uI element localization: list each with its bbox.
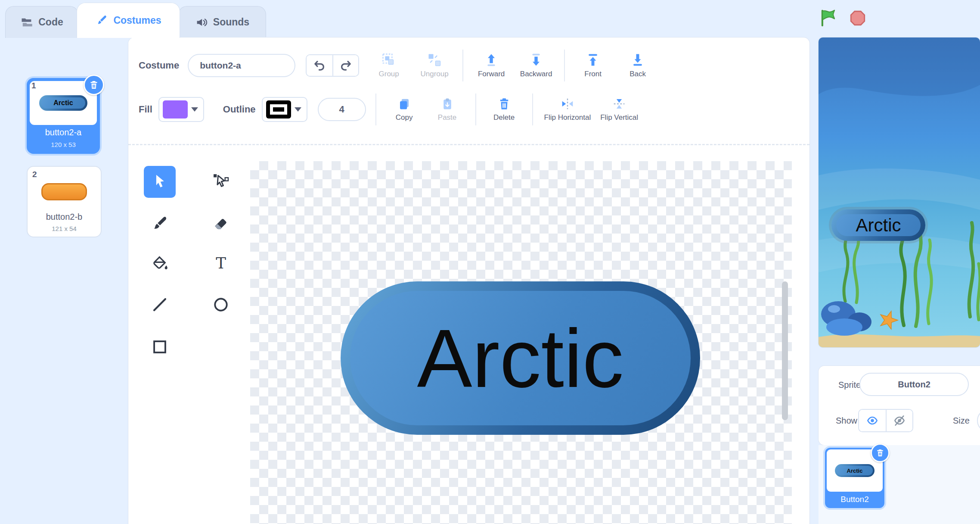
backward-button[interactable]: Backward — [518, 53, 555, 78]
paint-toolbar-row-1: Costume Group Ungroup For — [139, 49, 805, 82]
tool-circle[interactable] — [205, 289, 237, 321]
outline-label: Outline — [223, 104, 256, 115]
delete-costume-button[interactable] — [84, 75, 104, 95]
tool-fill[interactable] — [144, 248, 176, 280]
size-label: Size — [953, 416, 970, 426]
orange-button-thumbnail — [41, 183, 87, 200]
eye-visible-icon — [865, 414, 879, 427]
tab-sounds[interactable]: Sounds — [178, 6, 266, 38]
undo-button[interactable] — [307, 55, 332, 76]
outline-width-input[interactable] — [318, 98, 366, 121]
copy-icon — [398, 97, 411, 110]
sprite-name-input[interactable] — [859, 373, 969, 396]
copy-button[interactable]: Copy — [386, 97, 423, 122]
stage-sprite-button2[interactable]: Arctic — [831, 209, 925, 241]
costume-name: button2-a — [27, 128, 100, 137]
tool-text[interactable]: T — [205, 248, 237, 280]
eye-hidden-icon — [893, 414, 906, 427]
paint-canvas[interactable]: Arctic — [250, 161, 792, 524]
toolbar-divider — [462, 50, 463, 81]
sprite-info-panel: Sprite Show Size — [819, 366, 980, 445]
costume-name-input[interactable] — [188, 54, 295, 77]
tab-code[interactable]: Code — [5, 6, 78, 38]
back-button[interactable]: Back — [619, 53, 656, 78]
flip-vertical-button[interactable]: Flip Vertical — [599, 97, 640, 122]
group-button[interactable]: Group — [370, 53, 407, 78]
front-button[interactable]: Front — [574, 53, 611, 78]
stop-sign-icon — [849, 9, 866, 27]
layer-back-icon — [631, 53, 644, 67]
text-tool-icon: T — [212, 255, 230, 273]
chevron-down-icon — [191, 107, 198, 112]
layer-front-icon — [586, 53, 599, 67]
costume-item[interactable]: 2 button2-b 121 x 54 — [27, 166, 102, 237]
paste-button[interactable]: Paste — [429, 97, 466, 122]
outline-color-picker[interactable] — [262, 97, 307, 122]
sprite-size-input[interactable] — [977, 409, 980, 432]
tool-brush[interactable] — [144, 208, 176, 240]
select-arrow-icon — [151, 173, 169, 191]
hide-sprite-button[interactable] — [886, 410, 912, 431]
costume-name: button2-b — [28, 212, 101, 222]
paint-toolbar-row-2: Fill Outline Copy Paste — [139, 92, 805, 127]
rectangle-tool-icon — [151, 338, 169, 356]
circle-tool-icon — [212, 296, 230, 314]
sprite-item-button2[interactable]: Arctic Button2 — [825, 448, 884, 508]
delete-sprite-button[interactable] — [871, 443, 890, 462]
toolbar-divider — [564, 50, 565, 81]
costume-index: 2 — [32, 170, 37, 179]
line-tool-icon — [151, 296, 169, 314]
sprite-list: Arctic Button2 — [819, 445, 980, 524]
sprite-name: Button2 — [825, 495, 884, 504]
costume-thumbnail — [31, 170, 98, 214]
fill-color-picker[interactable] — [158, 97, 204, 122]
tool-select[interactable] — [144, 166, 176, 198]
redo-icon — [339, 59, 352, 72]
ungroup-icon — [428, 53, 441, 67]
tool-reshape[interactable] — [205, 166, 237, 198]
show-sprite-button[interactable] — [859, 410, 886, 431]
tab-costumes-label: Costumes — [113, 15, 161, 26]
underwater-backdrop — [819, 37, 980, 347]
flip-horizontal-icon — [561, 97, 574, 110]
stage-preview[interactable]: Arctic — [819, 37, 980, 347]
undo-icon — [313, 59, 326, 72]
trash-icon — [876, 449, 884, 457]
arctic-button-shape[interactable]: Arctic — [341, 281, 700, 435]
visibility-toggle — [858, 409, 913, 432]
flip-horizontal-button[interactable]: Flip Horizontal — [543, 97, 593, 122]
canvas-vertical-scrollbar[interactable] — [782, 281, 788, 420]
tool-line[interactable] — [144, 289, 176, 321]
costume-size: 120 x 53 — [27, 141, 100, 148]
toolbar-divider — [475, 94, 476, 125]
fill-label: Fill — [139, 104, 152, 115]
costume-list: 1 Arctic button2-a 120 x 53 2 button2-b … — [0, 37, 128, 524]
costume-size: 121 x 54 — [28, 225, 101, 232]
speaker-icon — [195, 16, 208, 29]
trash-icon — [498, 97, 510, 110]
delete-button[interactable]: Delete — [486, 97, 523, 122]
outline-color-swatch — [266, 100, 291, 119]
layer-forward-icon — [485, 53, 498, 67]
arctic-button-thumbnail: Arctic — [835, 464, 875, 477]
tool-eraser[interactable] — [205, 208, 237, 240]
redo-button[interactable] — [332, 55, 358, 76]
svg-text:T: T — [216, 255, 226, 272]
layer-backward-icon — [530, 53, 543, 67]
flip-vertical-icon — [612, 97, 626, 110]
reshape-icon — [212, 173, 230, 191]
trash-icon — [90, 80, 98, 90]
green-flag-button[interactable] — [818, 8, 839, 28]
ungroup-button[interactable]: Ungroup — [416, 53, 453, 78]
toolbar-separator — [128, 144, 809, 145]
tab-costumes[interactable]: Costumes — [77, 3, 180, 38]
forward-button[interactable]: Forward — [473, 53, 510, 78]
group-icon — [382, 53, 396, 67]
toolbar-divider — [532, 94, 533, 125]
tool-rectangle[interactable] — [144, 331, 176, 363]
costume-item-selected[interactable]: 1 Arctic button2-a 120 x 53 — [27, 78, 100, 154]
costume-index: 1 — [31, 81, 36, 90]
paintbrush-icon — [95, 14, 108, 27]
stop-button[interactable] — [847, 8, 868, 28]
paint-editor-panel: Costume Group Ungroup For — [128, 37, 809, 524]
